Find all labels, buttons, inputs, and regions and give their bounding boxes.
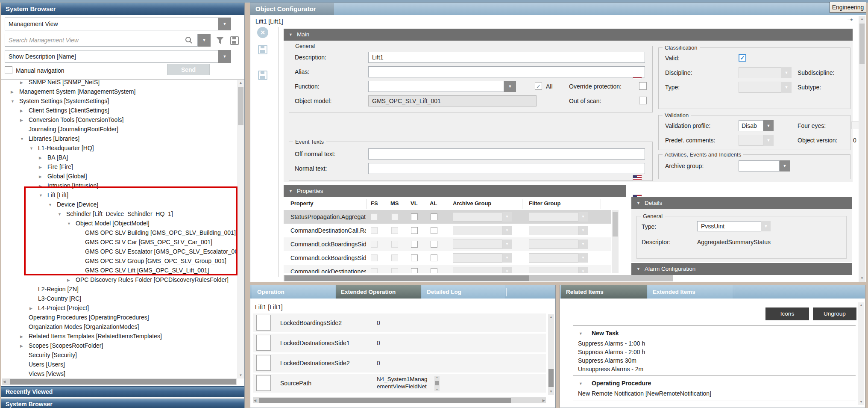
off-normal-text-field[interactable] bbox=[368, 148, 645, 160]
property-row[interactable]: StatusPropagation.Aggregat▼▼ bbox=[284, 210, 611, 224]
al-checkbox[interactable] bbox=[431, 254, 437, 261]
scroll-down-icon[interactable]: ▼ bbox=[859, 276, 865, 281]
value-box[interactable] bbox=[256, 355, 271, 371]
vl-checkbox[interactable] bbox=[411, 268, 418, 273]
archive-group-dropdown-icon[interactable]: ▼ bbox=[502, 226, 512, 235]
description-field[interactable]: Lift1 bbox=[368, 52, 645, 63]
tree-item-users[interactable]: Users [Users] bbox=[1, 360, 236, 369]
property-row[interactable]: CommandLockBoardingsSid▼▼ bbox=[284, 251, 611, 265]
chevron-down-icon[interactable]: ▼ bbox=[48, 200, 57, 210]
column-header-al[interactable]: AL bbox=[430, 197, 437, 210]
archive-group-combo[interactable] bbox=[453, 239, 502, 249]
tree-item-gms-opc-slv-escalator[interactable]: GMS OPC SLV Escalator [GMS_OPC_SLV_Escal… bbox=[1, 247, 236, 256]
vl-checkbox[interactable] bbox=[411, 227, 418, 234]
send-button[interactable]: Send bbox=[167, 64, 210, 75]
tree-item-l1-headquarter[interactable]: ▼L1-Headquarter [HQ] bbox=[1, 143, 236, 153]
property-row[interactable]: CommandLockDestinationes▼▼ bbox=[284, 265, 611, 273]
chevron-right-icon[interactable]: ▶ bbox=[39, 163, 47, 172]
discard-button[interactable]: ✕ bbox=[257, 27, 268, 38]
tree-item-gms-opc-slv-lift[interactable]: GMS OPC SLV Lift [GMS_OPC_SLV_Lift_001] bbox=[1, 266, 236, 275]
filter-group-dropdown-icon[interactable]: ▼ bbox=[578, 253, 588, 263]
chevron-right-icon[interactable]: ▶ bbox=[20, 332, 29, 341]
chevron-down-icon[interactable]: ▼ bbox=[20, 134, 29, 144]
al-checkbox[interactable] bbox=[431, 241, 437, 248]
configurator-vertical-scrollbar[interactable]: ▲ ▼ bbox=[859, 16, 865, 282]
engineering-button[interactable]: Engineering bbox=[830, 2, 866, 13]
ungroup-button[interactable]: Ungroup bbox=[813, 307, 856, 320]
chevron-right-icon[interactable]: ▶ bbox=[20, 106, 29, 115]
search-icon[interactable] bbox=[185, 36, 193, 44]
tree-item-management-system[interactable]: ▶Management System [ManagementSystem] bbox=[1, 87, 236, 96]
scroll-up-icon[interactable]: ▲ bbox=[858, 303, 864, 307]
scroll-left-icon[interactable]: ◀ bbox=[254, 399, 256, 403]
chevron-down-icon[interactable]: ▼ bbox=[573, 379, 592, 388]
chevron-down-icon[interactable]: ▼ bbox=[573, 329, 592, 338]
related-item-suppress-alarms-2-00-h[interactable]: Suppress Alarms - 2:00 h bbox=[573, 348, 856, 356]
tree-item-device[interactable]: ▼Device [Device] bbox=[1, 200, 236, 209]
search-input[interactable] bbox=[5, 34, 198, 47]
chevron-down-icon[interactable]: ▼ bbox=[58, 210, 66, 219]
tree-item-conversion-tools[interactable]: ▶Conversion Tools [ConversionTools] bbox=[1, 115, 236, 124]
chevron-right-icon[interactable]: ▶ bbox=[11, 87, 19, 97]
display-mode-selector[interactable]: Show Description [Name] bbox=[5, 50, 218, 63]
tree-horizontal-scrollbar[interactable]: ◀ bbox=[2, 378, 237, 385]
operation-row-sourcepath[interactable]: SourcePathN4_System1ManagementViewFieldN… bbox=[253, 374, 546, 393]
filter-group-dropdown-icon[interactable]: ▼ bbox=[578, 212, 588, 222]
validation-profile-combo[interactable]: Disab bbox=[739, 120, 763, 131]
tree-item-gms-opc-slv-group[interactable]: GMS OPC SLV Group [GMS_OPC_SLV_Group_001… bbox=[1, 256, 236, 266]
tree-item-system-settings[interactable]: ▼System Settings [SystemSettings] bbox=[1, 96, 236, 106]
tree-item-l2-region[interactable]: L2-Region [ZN] bbox=[1, 284, 236, 294]
filter-group-combo[interactable] bbox=[529, 239, 578, 249]
vl-checkbox[interactable] bbox=[411, 241, 418, 248]
tree-item-gms-opc-slv-car[interactable]: GMS OPC SLV Car [GMS_OPC_SLV_Car_001] bbox=[1, 237, 236, 247]
tree-item-related-items-templates[interactable]: ▶Related Items Templates [RelatedItemsTe… bbox=[1, 331, 236, 341]
chevron-right-icon[interactable]: ▶ bbox=[39, 181, 47, 191]
tree-vertical-scrollbar[interactable]: ▲ ▼ bbox=[237, 80, 244, 378]
tree-item-fire[interactable]: ▶Fire [Fire] bbox=[1, 162, 236, 171]
tree-item-global[interactable]: ▶Global [Global] bbox=[1, 171, 236, 181]
chevron-right-icon[interactable]: ▶ bbox=[20, 341, 29, 351]
tree-item-scopes[interactable]: ▶Scopes [ScopesRootFolder] bbox=[1, 341, 236, 350]
section-properties-header[interactable]: ▼Properties bbox=[284, 185, 626, 197]
chevron-right-icon[interactable]: ▶ bbox=[20, 80, 29, 87]
chevron-down-icon[interactable]: ▼ bbox=[39, 191, 47, 200]
view-selector-dropdown-icon[interactable]: ▼ bbox=[218, 18, 231, 30]
function-field[interactable] bbox=[368, 81, 504, 92]
tree-item-security[interactable]: Security [Security] bbox=[1, 350, 236, 360]
section-alarm-configuration-header[interactable]: ▼Alarm Configuration bbox=[631, 263, 852, 275]
property-row[interactable]: CommandLockBoardingsSid▼▼ bbox=[284, 237, 611, 251]
al-checkbox[interactable] bbox=[431, 268, 437, 273]
tree-item-schindler[interactable]: ▼Schindler [Lift_Device_Schindler_HQ_1] bbox=[1, 209, 236, 219]
function-dropdown-icon[interactable]: ▼ bbox=[504, 81, 516, 92]
out-of-scan-checkbox[interactable] bbox=[639, 97, 647, 104]
operation-vertical-scrollbar[interactable]: ▲ ▼ bbox=[548, 314, 554, 395]
archive-group-combo[interactable] bbox=[453, 212, 502, 222]
tab-related-items[interactable]: Related Items bbox=[561, 285, 647, 299]
manual-navigation-checkbox[interactable] bbox=[5, 66, 12, 74]
chevron-down-icon[interactable]: ▼ bbox=[29, 144, 38, 153]
operation-row-lockeddestnationesside1[interactable]: LockedDestnationesSide10 bbox=[253, 334, 546, 352]
tree-item-l4-project[interactable]: ▶L4-Project [Project] bbox=[1, 303, 236, 313]
scroll-up-icon[interactable]: ▲ bbox=[237, 81, 244, 85]
archive-group-dropdown-icon[interactable]: ▼ bbox=[502, 253, 512, 263]
archive-group-combo[interactable] bbox=[453, 253, 502, 263]
archive-group-dropdown-icon[interactable]: ▼ bbox=[502, 239, 512, 249]
tree-item-operating-procedures[interactable]: Operating Procedures [OperatingProcedure… bbox=[1, 313, 236, 322]
tree-item-organization-modes[interactable]: Organization Modes [OrganizationModes] bbox=[1, 322, 236, 331]
tree-item-l3-country[interactable]: L3-Country [RC] bbox=[1, 294, 236, 303]
filter-group-combo[interactable] bbox=[529, 267, 578, 273]
filter-group-dropdown-icon[interactable]: ▼ bbox=[578, 239, 588, 249]
tab-extended-operation[interactable]: Extended Operation bbox=[336, 285, 421, 299]
value-mini-scrollbar[interactable]: ▲▼ bbox=[434, 376, 440, 391]
tree-item-opc-discovery-rules-folder[interactable]: ▶OPC Discovery Rules Folder [OPCDiscover… bbox=[1, 275, 236, 284]
al-checkbox[interactable] bbox=[431, 227, 437, 234]
tree-item-ba[interactable]: ▶BA [BA] bbox=[1, 153, 236, 162]
pin-icon[interactable]: –● bbox=[847, 17, 853, 22]
view-selector[interactable]: Management View bbox=[5, 18, 218, 30]
column-header-fs[interactable]: FS bbox=[371, 197, 378, 210]
value-box[interactable] bbox=[256, 315, 271, 331]
chevron-right-icon[interactable]: ▶ bbox=[20, 115, 29, 125]
related-item-suppress-alarms-1-00-h[interactable]: Suppress Alarms - 1:00 h bbox=[573, 339, 856, 348]
column-header-archive-group[interactable]: Archive Group bbox=[453, 197, 491, 210]
vl-checkbox[interactable] bbox=[411, 254, 418, 261]
